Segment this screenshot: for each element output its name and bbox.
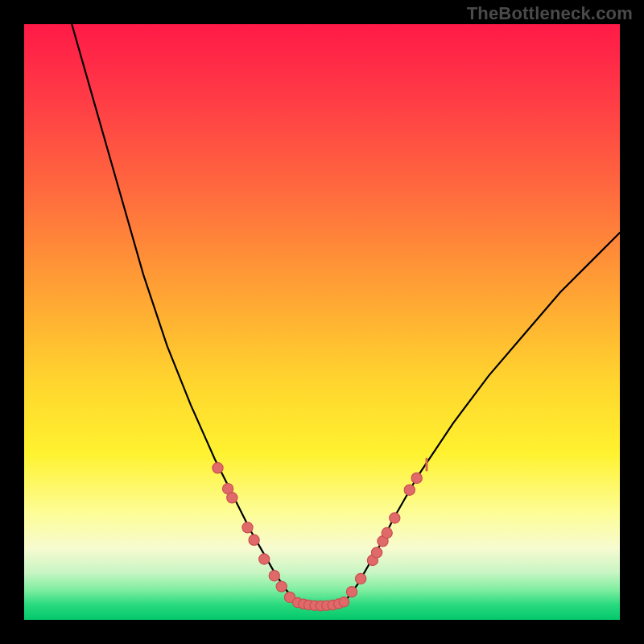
data-point [356,573,366,584]
data-point [390,513,400,523]
data-point [339,597,349,607]
curve-layer [24,24,620,620]
chart-frame: TheBottleneck.com [0,0,644,644]
data-point [259,554,270,564]
watermark-text: TheBottleneck.com [467,3,633,24]
data-point [346,587,357,597]
data-point [213,463,223,473]
data-point [404,485,415,495]
data-point [249,535,259,545]
data-point [411,473,422,483]
data-point [276,581,287,592]
series-right-curve [345,233,620,602]
data-point [372,547,382,558]
data-point [227,493,237,503]
highlight-dots [213,459,427,611]
curve-paths [72,24,620,606]
data-point [242,522,253,533]
plot-area [24,24,620,620]
data-point [269,571,279,581]
data-point [382,527,392,538]
series-left-curve [72,24,297,602]
